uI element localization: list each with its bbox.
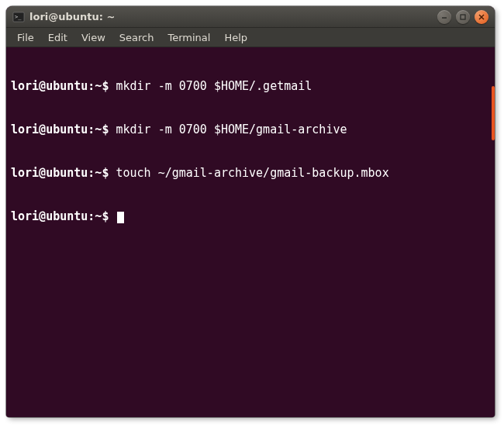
scrollbar-thumb[interactable] [492,86,495,140]
menu-search[interactable]: Search [113,29,161,46]
menubar: File Edit View Search Terminal Help [6,28,495,47]
command-text: mkdir -m 0700 $HOME/gmail-archive [116,123,347,136]
prompt: lori@ubuntu:~$ [11,123,109,136]
svg-text:>_: >_ [15,14,22,20]
prompt: lori@ubuntu:~$ [11,79,109,93]
menu-help[interactable]: Help [218,29,254,46]
terminal-line: lori@ubuntu:~$ mkdir -m 0700 $HOME/.getm… [11,79,490,94]
cursor [117,212,124,223]
command-text: mkdir -m 0700 $HOME/.getmail [116,79,312,93]
terminal-window: >_ lori@ubuntu: ~ File Edit View Search … [6,6,495,417]
terminal-line: lori@ubuntu:~$ mkdir -m 0700 $HOME/gmail… [11,123,490,137]
terminal-body[interactable]: lori@ubuntu:~$ mkdir -m 0700 $HOME/.getm… [6,47,495,417]
terminal-line: lori@ubuntu:~$ [11,209,490,224]
menu-edit[interactable]: Edit [42,29,74,46]
svg-rect-3 [461,15,465,19]
maximize-button[interactable] [456,10,470,24]
command-text: touch ~/gmail-archive/gmail-backup.mbox [116,166,388,180]
menu-terminal[interactable]: Terminal [161,29,216,46]
close-button[interactable] [475,10,488,24]
prompt: lori@ubuntu:~$ [11,166,109,180]
window-title: lori@ubuntu: ~ [29,11,437,22]
menu-file[interactable]: File [11,29,40,46]
titlebar[interactable]: >_ lori@ubuntu: ~ [6,6,495,28]
window-controls [437,10,488,24]
menu-view[interactable]: View [75,29,112,46]
terminal-icon: >_ [12,11,25,23]
terminal-line: lori@ubuntu:~$ touch ~/gmail-archive/gma… [11,166,490,181]
minimize-button[interactable] [437,10,451,24]
prompt: lori@ubuntu:~$ [11,209,109,223]
